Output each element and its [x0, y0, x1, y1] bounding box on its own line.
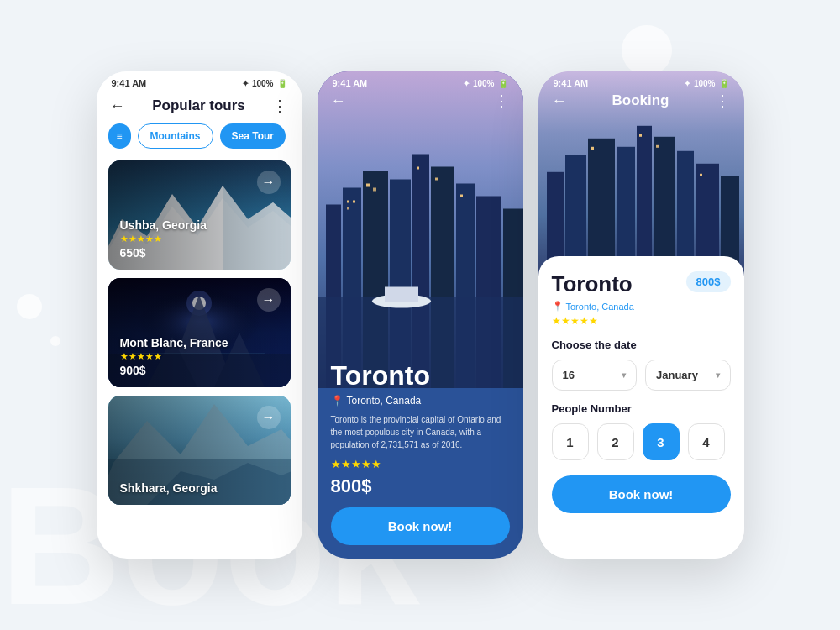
date-section-title: Choose the date: [552, 339, 731, 351]
card-stars-1: ★★★★★: [120, 234, 207, 244]
battery-icon-1: 🔋: [277, 79, 287, 88]
tour-card-ushba[interactable]: → Ushba, Georgia ★★★★★ 650$: [108, 160, 291, 270]
people-btn-4[interactable]: 4: [688, 423, 725, 460]
page-title-1: Popular tours: [152, 97, 245, 114]
booking-price-badge: 800$: [686, 271, 731, 292]
card-price-2: 900$: [120, 364, 228, 377]
toronto-city-name: Toronto: [331, 360, 510, 391]
booking-location: 📍 Toronto, Canada: [552, 301, 731, 312]
booking-location-text: Toronto, Canada: [566, 302, 634, 312]
booking-title-row: Toronto 800$: [552, 271, 731, 297]
card-stars-2: ★★★★★: [120, 351, 228, 362]
status-bar-3: 9:41 AM ✦ 100% 🔋: [538, 71, 744, 92]
toronto-location-text: Toronto, Canada: [347, 395, 422, 407]
tour-card-shkhara[interactable]: → Shkhara, Georgia: [108, 396, 291, 505]
phones-container: 9:41 AM ✦ 100% 🔋 ← Popular tours ⋮ ≡ Mou…: [80, 46, 761, 584]
phone3-header: ← Booking ⋮: [538, 92, 744, 110]
month-chevron: ▾: [716, 370, 720, 380]
card-arrow-2: →: [257, 288, 281, 312]
svg-rect-48: [591, 147, 594, 150]
svg-rect-33: [435, 178, 438, 181]
filter-all-icon: ≡: [117, 130, 123, 142]
card-arrow-1: →: [257, 171, 281, 194]
filter-sea-label: Sea Tour: [232, 130, 274, 142]
day-value: 16: [563, 369, 575, 381]
location-pin-icon: 📍: [331, 395, 344, 407]
status-bar-2: 9:41 AM ✦ 100% 🔋: [318, 71, 523, 92]
card-content-2: Mont Blanc, France ★★★★★ 900$: [120, 336, 228, 377]
phone-booking: 9:41 AM ✦ 100% 🔋 ← Booking ⋮ Toronto 800…: [538, 71, 744, 559]
svg-rect-51: [700, 174, 702, 176]
card-price-1: 650$: [120, 246, 207, 260]
people-value-4: 4: [702, 435, 709, 449]
people-row: 1 2 3 4: [552, 423, 731, 460]
toronto-description: Toronto is the provincial capital of Ont…: [331, 413, 510, 451]
day-chevron: ▾: [622, 370, 626, 380]
more-menu-1[interactable]: ⋮: [272, 97, 288, 115]
phone2-content: Toronto 📍 Toronto, Canada Toronto is the…: [318, 347, 523, 559]
svg-rect-49: [639, 134, 642, 137]
bluetooth-icon-2: ✦: [463, 79, 470, 88]
day-select[interactable]: 16 ▾: [552, 360, 638, 391]
filter-mountains-button[interactable]: Mountains: [138, 123, 213, 149]
card-name-2: Mont Blanc, France: [120, 336, 228, 349]
battery-icon-3: 🔋: [719, 79, 729, 88]
back-button-1[interactable]: ←: [110, 97, 125, 115]
back-button-3[interactable]: ←: [552, 92, 567, 110]
svg-rect-50: [656, 145, 659, 148]
card-content-1: Ushba, Georgia ★★★★★ 650$: [120, 218, 207, 260]
svg-rect-32: [417, 167, 419, 170]
card-name-3: Shkhara, Georgia: [120, 481, 218, 495]
svg-rect-43: [637, 126, 652, 276]
people-btn-3[interactable]: 3: [643, 423, 680, 460]
month-select[interactable]: January ▾: [645, 360, 731, 391]
svg-rect-44: [654, 137, 675, 276]
svg-rect-28: [353, 201, 355, 203]
people-section-title: People Number: [552, 402, 731, 415]
svg-rect-34: [460, 195, 463, 197]
status-icons-1: ✦ 100% 🔋: [242, 79, 287, 88]
filter-sea-button[interactable]: Sea Tour: [220, 123, 286, 149]
bg-decoration-4: [50, 336, 60, 346]
people-value-2: 2: [612, 435, 618, 449]
svg-rect-27: [347, 201, 349, 203]
tour-cards-list: → Ushba, Georgia ★★★★★ 650$: [97, 160, 302, 505]
svg-rect-41: [588, 139, 615, 276]
booking-card: Toronto 800$ 📍 Toronto, Canada ★★★★★ Cho…: [538, 256, 744, 559]
page-title-3: Booking: [612, 92, 669, 109]
book-now-button-2[interactable]: Book now!: [331, 507, 510, 545]
people-btn-2[interactable]: 2: [597, 423, 634, 460]
booking-stars: ★★★★★: [552, 315, 731, 327]
toronto-bg: [318, 71, 523, 388]
more-menu-2[interactable]: ⋮: [494, 92, 510, 110]
back-button-2[interactable]: ←: [331, 92, 346, 110]
people-value-3: 3: [657, 435, 664, 449]
bluetooth-icon-3: ✦: [684, 79, 690, 88]
people-btn-1[interactable]: 1: [552, 423, 589, 460]
more-menu-3[interactable]: ⋮: [715, 92, 731, 110]
tour-card-montblanc[interactable]: → Mont Blanc, France ★★★★★ 900$: [108, 278, 291, 387]
battery-icon-2: 🔋: [498, 79, 508, 88]
status-time-1: 9:41 AM: [112, 78, 147, 88]
book-now-button-3[interactable]: Book now!: [552, 475, 731, 513]
toronto-stars: ★★★★★: [331, 458, 510, 470]
status-icons-2: ✦ 100% 🔋: [463, 79, 508, 88]
filter-all-button[interactable]: ≡: [108, 123, 131, 149]
battery-1: 100%: [252, 79, 274, 88]
svg-rect-37: [385, 287, 418, 302]
status-bar-1: 9:41 AM ✦ 100% 🔋: [97, 71, 302, 92]
svg-rect-29: [347, 207, 349, 210]
bluetooth-icon-1: ✦: [242, 79, 249, 88]
phone-popular-tours: 9:41 AM ✦ 100% 🔋 ← Popular tours ⋮ ≡ Mou…: [97, 71, 302, 559]
status-time-3: 9:41 AM: [554, 78, 589, 88]
filter-tabs: ≡ Mountains Sea Tour: [97, 123, 302, 160]
people-value-1: 1: [566, 435, 573, 449]
bg-decoration-3: [17, 294, 42, 319]
toronto-location: 📍 Toronto, Canada: [331, 395, 510, 407]
phone2-header: ← ⋮: [318, 92, 523, 110]
booking-city-name: Toronto: [552, 271, 633, 297]
status-icons-3: ✦ 100% 🔋: [684, 79, 729, 88]
filter-mountains-label: Mountains: [150, 130, 201, 142]
battery-3: 100%: [694, 79, 716, 88]
toronto-price: 800$: [331, 475, 510, 497]
